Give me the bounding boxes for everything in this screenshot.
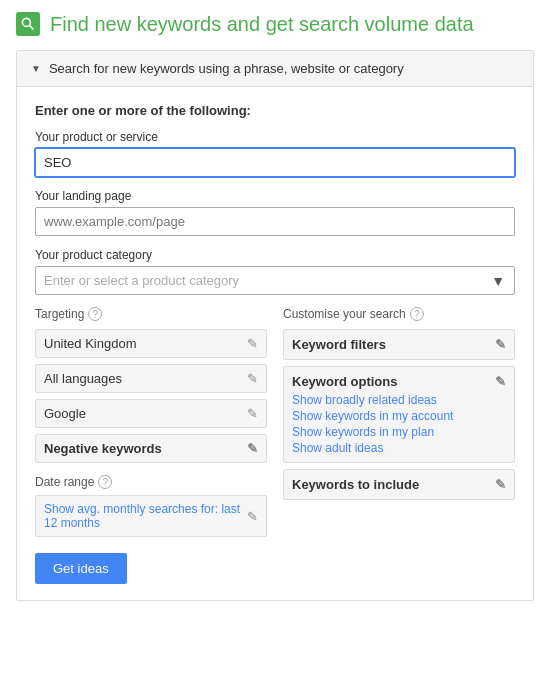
- targeting-uk-edit-icon[interactable]: ✎: [247, 336, 258, 351]
- targeting-item-google: Google ✎: [35, 399, 267, 428]
- targeting-item-languages: All languages ✎: [35, 364, 267, 393]
- date-range-value: Show avg. monthly searches for: last 12 …: [44, 502, 247, 530]
- targeting-negative-edit-icon[interactable]: ✎: [247, 441, 258, 456]
- collapsible-header[interactable]: ▼ Search for new keywords using a phrase…: [17, 51, 533, 87]
- category-label: Your product category: [35, 248, 515, 262]
- targeting-item-uk: United Kingdom ✎: [35, 329, 267, 358]
- targeting-languages-text: All languages: [44, 371, 122, 386]
- landing-page-input[interactable]: [35, 207, 515, 236]
- keyword-options-section: Keyword options ✎ Show broadly related i…: [283, 366, 515, 463]
- keywords-to-include-edit-icon[interactable]: ✎: [495, 477, 506, 492]
- keyword-options-title: Keyword options: [292, 374, 397, 389]
- product-input[interactable]: [35, 148, 515, 177]
- page-title: Find new keywords and get search volume …: [50, 13, 474, 36]
- landing-label: Your landing page: [35, 189, 515, 203]
- product-label: Your product or service: [35, 130, 515, 144]
- collapse-arrow-icon: ▼: [31, 63, 41, 74]
- targeting-item-negative: Negative keywords ✎: [35, 434, 267, 463]
- keywords-to-include-section: Keywords to include ✎: [283, 469, 515, 500]
- keywords-in-account-link[interactable]: Show keywords in my account: [292, 409, 506, 423]
- get-ideas-button[interactable]: Get ideas: [35, 553, 127, 584]
- collapsible-label: Search for new keywords using a phrase, …: [49, 61, 404, 76]
- targeting-google-text: Google: [44, 406, 86, 421]
- targeting-help-icon[interactable]: ?: [88, 307, 102, 321]
- keyword-filters-title: Keyword filters: [292, 337, 386, 352]
- targeting-uk-text: United Kingdom: [44, 336, 137, 351]
- adult-ideas-link[interactable]: Show adult ideas: [292, 441, 506, 455]
- category-select[interactable]: Enter or select a product category: [35, 266, 515, 295]
- broadly-related-link[interactable]: Show broadly related ideas: [292, 393, 506, 407]
- svg-line-1: [30, 26, 34, 30]
- search-icon: [16, 12, 40, 36]
- collapsible-section: ▼ Search for new keywords using a phrase…: [16, 50, 534, 601]
- date-range-label: Date range: [35, 475, 94, 489]
- targeting-label: Targeting: [35, 307, 84, 321]
- keywords-in-plan-link[interactable]: Show keywords in my plan: [292, 425, 506, 439]
- keyword-filters-section: Keyword filters ✎: [283, 329, 515, 360]
- targeting-languages-edit-icon[interactable]: ✎: [247, 371, 258, 386]
- targeting-negative-text: Negative keywords: [44, 441, 162, 456]
- targeting-google-edit-icon[interactable]: ✎: [247, 406, 258, 421]
- customise-label: Customise your search: [283, 307, 406, 321]
- keyword-filters-edit-icon[interactable]: ✎: [495, 337, 506, 352]
- date-range-item: Show avg. monthly searches for: last 12 …: [35, 495, 267, 537]
- customise-help-icon[interactable]: ?: [410, 307, 424, 321]
- keyword-options-edit-icon[interactable]: ✎: [495, 374, 506, 389]
- keywords-to-include-title: Keywords to include: [292, 477, 419, 492]
- date-range-edit-icon[interactable]: ✎: [247, 509, 258, 524]
- form-heading: Enter one or more of the following:: [35, 103, 515, 118]
- date-range-help-icon[interactable]: ?: [98, 475, 112, 489]
- svg-point-0: [22, 18, 30, 26]
